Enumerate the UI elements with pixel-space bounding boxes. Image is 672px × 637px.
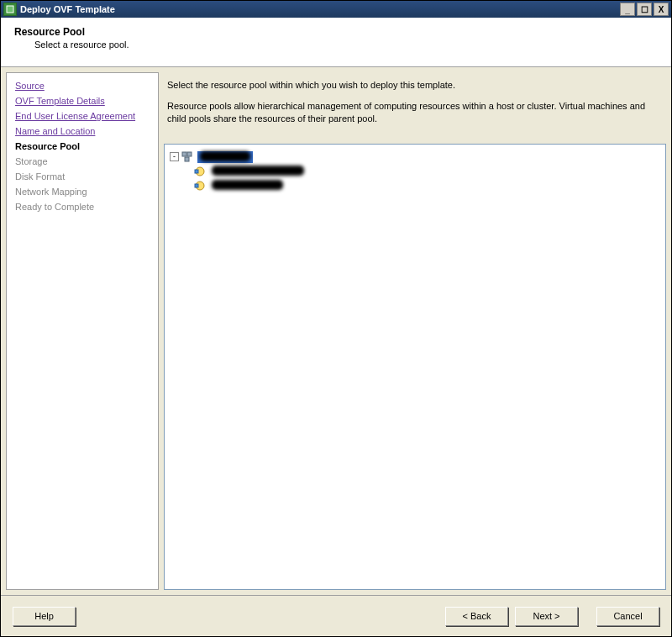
step-disk-format: Disk Format: [15, 171, 158, 183]
tree-root-label[interactable]: [197, 151, 253, 163]
step-network-mapping: Network Mapping: [15, 186, 158, 198]
step-name-location[interactable]: Name and Location: [15, 125, 158, 138]
expander-icon[interactable]: -: [170, 152, 179, 161]
wizard-header: Resource Pool Select a resource pool.: [1, 18, 671, 67]
maximize-button[interactable]: ☐: [637, 3, 652, 16]
svg-rect-0: [7, 6, 13, 13]
wizard-footer: Help < Back Next > Cancel: [1, 595, 671, 636]
wizard-steps-sidebar: Source OVF Template Details End User Lic…: [6, 72, 159, 590]
svg-rect-7: [195, 184, 198, 187]
step-ready-complete: Ready to Complete: [15, 201, 158, 213]
step-eula[interactable]: End User License Agreement: [15, 110, 158, 123]
tree-root-row[interactable]: -: [170, 150, 660, 164]
description-area: Select the resource pool within which yo…: [164, 72, 666, 144]
tree-child-row[interactable]: [193, 178, 660, 192]
next-button[interactable]: Next >: [515, 607, 578, 626]
titlebar: Deploy OVF Template _ ☐ X: [1, 1, 671, 18]
tree-child-row[interactable]: [193, 164, 660, 178]
tree-child-label[interactable]: [209, 180, 286, 192]
cluster-icon: [181, 150, 195, 164]
intro-text: Select the resource pool within which yo…: [167, 79, 663, 92]
content-area: Source OVF Template Details End User Lic…: [1, 67, 671, 595]
tree-child-label[interactable]: [209, 166, 307, 177]
step-storage: Storage: [15, 155, 158, 168]
page-subtitle: Select a resource pool.: [34, 39, 658, 50]
svg-rect-5: [195, 170, 198, 173]
app-icon: [3, 3, 17, 16]
step-source[interactable]: Source: [15, 80, 158, 92]
deploy-ovf-window: Deploy OVF Template _ ☐ X Resource Pool …: [0, 0, 672, 637]
close-button[interactable]: X: [654, 3, 669, 16]
page-title: Resource Pool: [14, 26, 658, 38]
resource-pool-icon: [193, 179, 207, 192]
step-resource-pool: Resource Pool: [15, 140, 158, 153]
svg-rect-1: [182, 152, 186, 156]
cancel-button[interactable]: Cancel: [596, 607, 659, 626]
svg-rect-2: [187, 152, 192, 156]
description-text: Resource pools allow hierarchical manage…: [167, 100, 663, 125]
help-button[interactable]: Help: [13, 607, 76, 626]
resource-pool-icon: [193, 165, 207, 178]
resource-pool-tree[interactable]: -: [164, 144, 666, 590]
minimize-button[interactable]: _: [620, 3, 635, 16]
window-title: Deploy OVF Template: [20, 4, 620, 14]
back-button[interactable]: < Back: [445, 607, 508, 626]
svg-rect-3: [185, 157, 189, 161]
step-ovf-details[interactable]: OVF Template Details: [15, 95, 158, 108]
main-panel: Select the resource pool within which yo…: [164, 72, 666, 590]
